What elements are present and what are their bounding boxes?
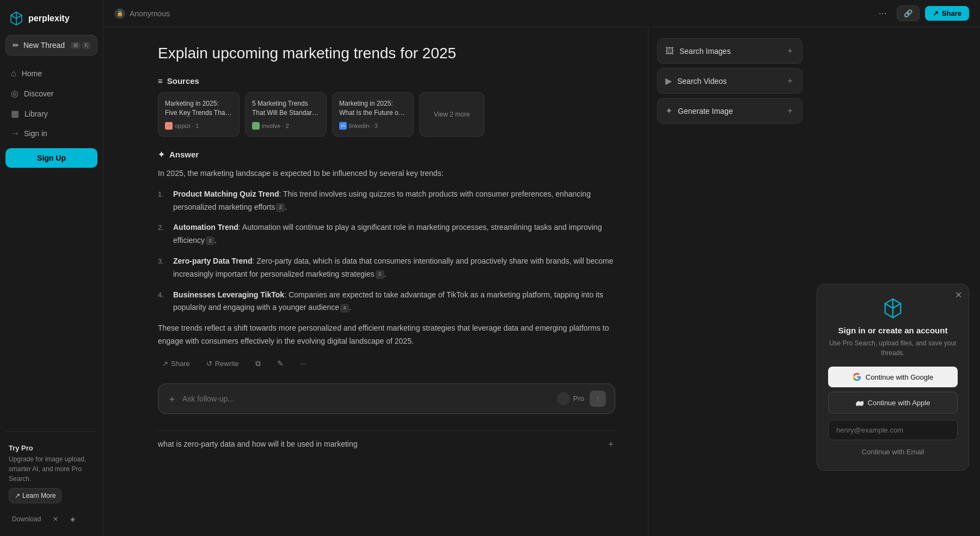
tool-videos-label: Search Videos <box>677 77 727 86</box>
source-title-3: Marketing in 2025: What Is the Future of… <box>339 99 407 118</box>
generate-icon: ✦ <box>665 106 672 116</box>
tool-left-videos: ▶ Search Videos <box>665 76 727 86</box>
source-favicon-1: o <box>165 122 173 130</box>
citation-1[interactable]: 2 <box>276 203 285 212</box>
popup-close-button[interactable]: ✕ <box>955 290 962 300</box>
answer-list: 1. Product Matching Quiz Trend: This tre… <box>158 188 615 314</box>
edit-button[interactable]: ✎ <box>273 357 288 370</box>
item-num-3: 3. <box>158 255 168 281</box>
source-view-more[interactable]: View 2 more <box>419 92 485 137</box>
sidebar-item-library-label: Library <box>24 109 48 118</box>
item-text-2: Automation Trend: Automation will contin… <box>173 221 615 247</box>
videos-icon: ▶ <box>665 76 672 86</box>
sidebar: perplexity ✏ New Thread ⌘ K ⌂ Home ◎ Dis… <box>0 0 103 536</box>
topbar-left: 🔒 Anonymous <box>114 8 170 19</box>
right-sidebar: 🖼 Search Images ＋ ▶ Search Videos ＋ ✦ Ge… <box>648 27 811 536</box>
source-card-3[interactable]: Marketing in 2025: What Is the Future of… <box>332 92 414 137</box>
citation-2[interactable]: 2 <box>206 236 215 245</box>
sidebar-item-home-label: Home <box>22 69 42 78</box>
answer-item-4: 4. Businesses Leveraging TikTok: Compani… <box>158 289 615 315</box>
followup-submit-button[interactable]: ↑ <box>590 391 606 407</box>
twitter-icon-button[interactable]: ✕ <box>50 513 62 525</box>
citation-4[interactable]: 4 <box>340 304 349 313</box>
rewrite-button[interactable]: ↺ Rewrite <box>202 357 243 370</box>
answer-item-1: 1. Product Matching Quiz Trend: This tre… <box>158 188 615 214</box>
rewrite-icon: ↺ <box>206 360 212 368</box>
download-button[interactable]: Download <box>9 513 44 525</box>
apple-button-label: Continue with Apple <box>868 399 930 407</box>
share-label: Share <box>942 9 961 17</box>
k-key: K <box>82 42 90 49</box>
sidebar-item-signin[interactable]: → Sign in <box>5 124 97 143</box>
google-button-label: Continue with Google <box>866 373 933 381</box>
item-text-4: Businesses Leveraging TikTok: Companies … <box>173 289 615 315</box>
learn-more-button[interactable]: ↗ Learn More <box>9 488 62 503</box>
source-title-2: 5 Marketing Trends That Will Be Standard… <box>252 99 320 118</box>
share-answer-icon: ↗ <box>162 360 168 368</box>
sidebar-bottom: Try Pro Upgrade for image upload, smarte… <box>5 431 97 529</box>
continue-with-google-button[interactable]: Continue with Google <box>828 367 958 387</box>
copy-button[interactable]: ⧉ <box>251 357 265 370</box>
tool-images-plus-icon: ＋ <box>786 45 794 57</box>
popup-subtitle: Use Pro Search, upload files, and save y… <box>828 338 958 358</box>
try-pro-title: Try Pro <box>9 444 94 452</box>
tool-videos-plus-icon: ＋ <box>786 75 794 87</box>
images-icon: 🖼 <box>665 46 674 56</box>
item-text-1: Product Matching Quiz Trend: This trend … <box>173 188 615 214</box>
share-icon: ↗ <box>933 9 939 17</box>
tool-search-videos[interactable]: ▶ Search Videos ＋ <box>657 68 803 94</box>
source-title-1: Marketing in 2025: Five Key Trends That … <box>165 99 232 118</box>
followup-area: ＋ Pro ↑ <box>158 383 615 414</box>
answer-conclusion: These trends reflect a shift towards mor… <box>158 322 615 348</box>
keyboard-shortcut: ⌘ K <box>71 42 90 49</box>
more-options-button[interactable]: ··· <box>874 5 891 21</box>
tool-left-generate: ✦ Generate Image <box>665 106 733 116</box>
email-input[interactable] <box>828 420 958 440</box>
sidebar-item-library[interactable]: ▦ Library <box>5 104 97 123</box>
signin-icon: → <box>11 129 20 138</box>
sidebar-item-home[interactable]: ⌂ Home <box>5 64 97 83</box>
popup-logo <box>828 297 958 319</box>
signup-button[interactable]: Sign Up <box>5 148 97 168</box>
citation-3[interactable]: 2 <box>376 270 384 279</box>
source-favicon-3: in <box>339 122 347 130</box>
source-meta-1: o oppizi · 1 <box>165 122 232 130</box>
item-bold-3: Zero-party Data Trend <box>173 257 252 265</box>
item-num-1: 1. <box>158 188 168 214</box>
followup-pro-badge: Pro <box>557 392 584 405</box>
continue-with-email-button[interactable]: Continue with Email <box>828 444 958 459</box>
source-card-1[interactable]: Marketing in 2025: Five Key Trends That … <box>158 92 240 137</box>
followup-input[interactable] <box>182 394 552 403</box>
sources-icon: ≡ <box>158 76 163 86</box>
signin-popup: ✕ Sign in or create an account Use Pro S… <box>817 284 969 471</box>
source-site-2: involve · 2 <box>262 123 289 129</box>
signin-label: Sign in <box>24 129 47 138</box>
item-bold-4: Businesses Leveraging TikTok <box>173 290 284 299</box>
share-button[interactable]: ↗ Share <box>925 6 969 21</box>
more-actions-button[interactable]: ··· <box>296 357 311 370</box>
tool-generate-image[interactable]: ✦ Generate Image ＋ <box>657 98 803 124</box>
continue-with-apple-button[interactable]: Continue with Apple <box>828 392 958 413</box>
copy-link-button[interactable]: 🔗 <box>897 5 920 21</box>
learn-more-arrow-icon: ↗ <box>15 492 20 500</box>
try-pro-desc: Upgrade for image upload, smarter AI, an… <box>9 454 94 484</box>
rewrite-label: Rewrite <box>215 360 239 368</box>
tool-search-images[interactable]: 🖼 Search Images ＋ <box>657 38 803 64</box>
answer-intro: In 2025, the marketing landscape is expe… <box>158 167 615 180</box>
tool-generate-plus-icon: ＋ <box>786 105 794 117</box>
new-thread-button[interactable]: ✏ New Thread ⌘ K <box>5 35 97 56</box>
source-card-2[interactable]: 5 Marketing Trends That Will Be Standard… <box>245 92 327 137</box>
source-favicon-2: i <box>252 122 260 130</box>
discover-icon: ◎ <box>11 88 19 99</box>
followup-add-button[interactable]: ＋ <box>167 392 177 405</box>
google-icon <box>853 373 861 381</box>
user-label: Anonymous <box>130 9 170 18</box>
related-question-item[interactable]: what is zero-party data and how will it … <box>158 430 615 458</box>
sidebar-item-discover[interactable]: ◎ Discover <box>5 84 97 103</box>
share-answer-button[interactable]: ↗ Share <box>158 357 194 370</box>
discord-icon-button[interactable]: ◈ <box>67 513 78 525</box>
item-num-2: 2. <box>158 221 168 247</box>
tool-generate-label: Generate Image <box>678 107 733 115</box>
library-icon: ▦ <box>11 108 19 119</box>
share-answer-label: Share <box>171 360 190 368</box>
